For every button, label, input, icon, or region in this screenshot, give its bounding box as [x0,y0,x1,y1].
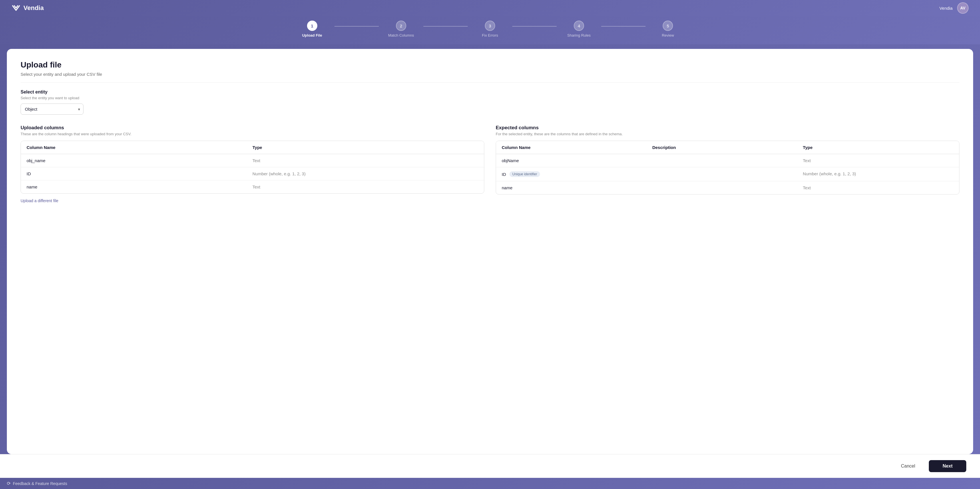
entity-label: Select entity [21,89,959,95]
uploaded-row-2-type: Number (whole, e.g. 1, 2, 3) [253,171,478,176]
user-avatar[interactable]: AV [957,2,969,14]
table-row: objName Text [496,154,959,167]
expected-row-3-name: name [502,185,652,190]
uploaded-row-1-type: Text [253,158,478,163]
uploaded-row-1-name: obj_name [27,158,253,163]
entity-hint: Select the entity you want to upload [21,96,959,100]
expected-table-header: Column Name Description Type [496,141,959,154]
step-4-label: Sharing Rules [567,33,591,37]
table-row: obj_name Text [21,154,484,167]
main-wrapper: Upload file Select your entity and uploa… [0,44,980,454]
step-5-label: Review [662,33,674,37]
step-5[interactable]: 5 Review [646,21,690,37]
table-row: ID Number (whole, e.g. 1, 2, 3) [21,167,484,180]
uploaded-col-header-name: Column Name [27,145,253,150]
uploaded-row-3-name: name [27,185,253,189]
stepper: 1 Upload File 2 Match Columns 3 Fix Erro… [290,21,690,37]
header-app-label: Vendia [939,6,953,11]
step-2[interactable]: 2 Match Columns [379,21,423,37]
table-row: ID Unique identifier Number (whole, e.g.… [496,167,959,181]
expected-row-3-type: Text [803,185,953,190]
expected-row-2-desc [652,171,803,177]
feedback-icon: ⟳ [7,481,11,486]
main-card: Upload file Select your entity and uploa… [7,49,973,454]
app-name: Vendia [24,4,44,12]
page-title: Upload file [21,61,959,70]
expected-col-header-type: Type [803,145,953,150]
expected-columns-title: Expected columns [496,125,959,131]
step-3-label: Fix Errors [482,33,498,37]
uploaded-col-header-type: Type [253,145,478,150]
uploaded-columns-section: Uploaded columns These are the column he… [21,125,484,203]
expected-row-1-desc [652,158,803,163]
entity-section: Select entity Select the entity you want… [21,89,959,115]
uploaded-row-2-name: ID [27,171,253,176]
expected-row-1-name: objName [502,158,652,163]
logo: Vendia [11,3,44,13]
expected-table: Column Name Description Type objName Tex… [496,141,959,194]
unique-identifier-badge: Unique identifier [509,171,540,177]
upload-different-file-link[interactable]: Upload a different file [21,199,58,203]
stepper-bar: 1 Upload File 2 Match Columns 3 Fix Erro… [0,16,980,44]
expected-row-2-type: Number (whole, e.g. 1, 2, 3) [803,171,953,177]
uploaded-columns-hint: These are the column headings that were … [21,132,484,136]
expected-columns-section: Expected columns For the selected entity… [496,125,959,203]
footer-bar: Cancel Next [0,454,980,478]
page-subtitle: Select your entity and upload your CSV f… [21,72,959,83]
step-connector-3 [512,26,557,27]
step-3[interactable]: 3 Fix Errors [468,21,512,37]
step-1[interactable]: 1 Upload File [290,21,334,37]
expected-row-3-desc [652,185,803,190]
table-row: name Text [496,181,959,194]
columns-layout: Uploaded columns These are the column he… [21,125,959,203]
table-row: name Text [21,180,484,193]
expected-row-1-type: Text [803,158,953,163]
step-2-label: Match Columns [388,33,414,37]
expected-col-header-desc: Description [652,145,803,150]
entity-select[interactable]: Object [21,104,83,115]
feedback-bar: ⟳ Feedback & Feature Requests [0,478,980,489]
expected-columns-hint: For the selected entity, these are the c… [496,132,959,136]
step-connector-4 [601,26,646,27]
expected-row-2-name: ID Unique identifier [502,171,652,177]
vendia-logo-icon [11,3,21,13]
step-1-label: Upload File [302,33,322,37]
step-4[interactable]: 4 Sharing Rules [557,21,601,37]
expected-col-header-name: Column Name [502,145,652,150]
step-1-circle: 1 [307,21,317,31]
header-right: Vendia AV [939,2,969,14]
cancel-button[interactable]: Cancel [892,460,924,472]
step-3-circle: 3 [485,21,495,31]
top-header: Vendia Vendia AV [0,0,980,16]
step-4-circle: 4 [574,21,584,31]
step-connector-1 [334,26,379,27]
step-2-circle: 2 [396,21,406,31]
step-connector-2 [423,26,468,27]
next-button[interactable]: Next [929,460,966,472]
uploaded-row-3-type: Text [253,185,478,189]
uploaded-columns-title: Uploaded columns [21,125,484,131]
uploaded-table-header: Column Name Type [21,141,484,154]
entity-select-wrapper: Object ▾ [21,104,83,115]
uploaded-table: Column Name Type obj_name Text ID Number… [21,141,484,194]
feedback-link[interactable]: Feedback & Feature Requests [13,481,67,486]
step-5-circle: 5 [663,21,673,31]
